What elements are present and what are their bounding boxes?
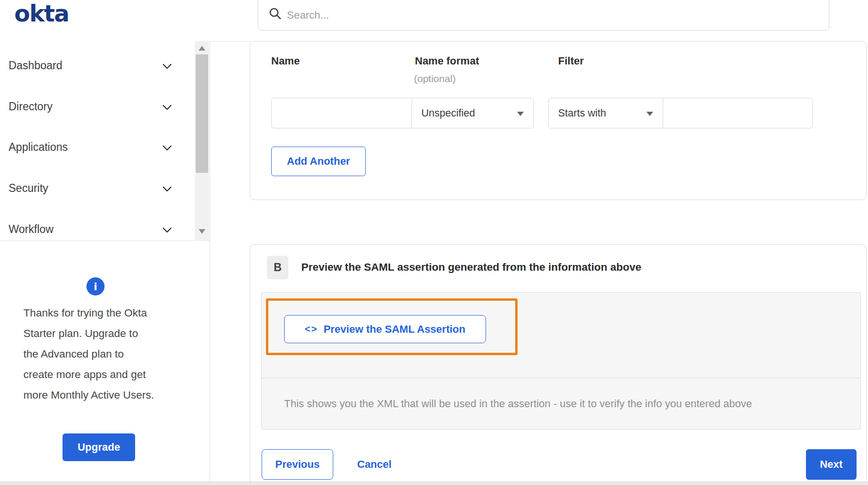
sidebar-item-label: Workflow — [9, 223, 53, 236]
info-icon: i — [86, 277, 105, 295]
preview-button-label: Preview the SAML Assertion — [324, 323, 466, 336]
search-input[interactable] — [287, 3, 812, 27]
attribute-name-input[interactable] — [271, 98, 412, 128]
next-button[interactable]: Next — [806, 449, 857, 480]
upsell-line: more Monthly Active Users. — [23, 385, 191, 405]
upgrade-button[interactable]: Upgrade — [63, 433, 135, 461]
step-b-badge: B — [267, 256, 288, 279]
sidebar-item-dashboard[interactable]: Dashboard — [0, 56, 191, 75]
scroll-down-icon[interactable] — [199, 229, 205, 234]
filter-value-input[interactable] — [663, 98, 813, 128]
okta-logo: okta — [14, 0, 69, 27]
scroll-up-icon[interactable] — [199, 46, 205, 51]
sidebar-item-label: Security — [9, 182, 48, 195]
sidebar-item-workflow[interactable]: Workflow — [0, 220, 191, 239]
add-another-button[interactable]: Add Another — [271, 147, 366, 176]
sidebar-nav: Dashboard Directory Applications Securit… — [0, 41, 210, 241]
chevron-down-icon — [162, 185, 172, 194]
filter-column-header: Filter — [558, 55, 584, 67]
name-format-select[interactable]: Unspecified — [412, 98, 534, 128]
sidebar-item-directory[interactable]: Directory — [0, 97, 191, 116]
sidebar-scrollbar[interactable] — [195, 41, 209, 241]
name-format-column-header: Name format — [415, 55, 479, 67]
sidebar-item-label: Directory — [9, 100, 53, 113]
chevron-down-icon — [162, 104, 172, 112]
attribute-statements-panel: Name Name format (optional) Filter Unspe… — [250, 41, 867, 200]
dropdown-caret-icon — [517, 112, 524, 116]
sidebar: Dashboard Directory Applications Securit… — [0, 41, 210, 485]
name-column-header: Name — [271, 55, 300, 67]
upsell-line: Starter plan. Upgrade to — [23, 323, 191, 344]
preview-saml-panel: B Preview the SAML assertion generated f… — [250, 244, 867, 485]
cancel-link[interactable]: Cancel — [357, 449, 392, 480]
chevron-down-icon — [162, 63, 172, 71]
preview-section-title: Preview the SAML assertion generated fro… — [301, 261, 641, 274]
preview-saml-assertion-button[interactable]: <> Preview the SAML Assertion — [284, 315, 486, 343]
upsell-message: Thanks for trying the Okta Starter plan.… — [23, 303, 191, 405]
sidebar-item-applications[interactable]: Applications — [0, 137, 191, 157]
sub-panel-divider — [262, 378, 860, 378]
scrollbar-thumb[interactable] — [196, 54, 208, 173]
dropdown-caret-icon — [646, 112, 653, 116]
global-search-box — [258, 0, 829, 31]
previous-button[interactable]: Previous — [262, 449, 333, 480]
filter-type-select[interactable]: Starts with — [548, 98, 663, 128]
preview-hint-text: This shows you the XML that will be used… — [284, 398, 752, 410]
sidebar-item-label: Applications — [9, 141, 68, 154]
filter-type-selected-value: Starts with — [558, 107, 606, 119]
upsell-line: Thanks for trying the Okta — [23, 303, 191, 323]
upsell-line: the Advanced plan to — [23, 344, 191, 364]
sidebar-item-label: Dashboard — [9, 59, 63, 72]
horizontal-scrollbar[interactable] — [0, 482, 868, 485]
search-icon — [269, 7, 281, 20]
name-format-optional-label: (optional) — [414, 73, 456, 84]
name-format-selected-value: Unspecified — [422, 107, 475, 119]
chevron-down-icon — [162, 226, 172, 235]
preview-sub-panel: <> Preview the SAML Assertion This shows… — [261, 292, 861, 430]
upsell-line: create more apps and get — [23, 364, 191, 385]
chevron-down-icon — [162, 144, 172, 153]
sidebar-item-security[interactable]: Security — [0, 179, 191, 198]
code-icon: <> — [305, 324, 318, 335]
